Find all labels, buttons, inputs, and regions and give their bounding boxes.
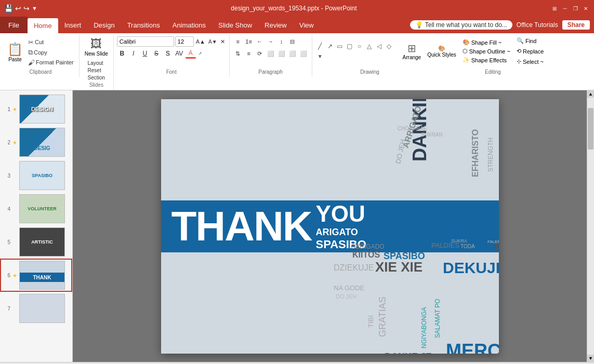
file-menu[interactable]: File (0, 17, 28, 33)
oval-shape[interactable]: ○ (355, 42, 364, 51)
align-center-button[interactable]: ⬜ (276, 48, 287, 59)
section-button[interactable]: Section (86, 74, 107, 81)
line-shape[interactable]: ╱ (315, 42, 325, 51)
share-button[interactable]: Share (562, 20, 590, 30)
scroll-thumb[interactable] (588, 108, 593, 150)
para-row1: ≡ 1≡ ← → ↕ ⊟ (233, 36, 309, 47)
maximize-button[interactable]: ❐ (571, 4, 579, 12)
columns-button[interactable]: ⊟ (287, 36, 298, 47)
decrease-indent-button[interactable]: ← (255, 36, 265, 47)
bold-button[interactable]: B (117, 48, 127, 59)
text-direction-button[interactable]: ⇅ (233, 48, 243, 59)
shadow-button[interactable]: S (163, 48, 173, 59)
more-shapes[interactable]: ▼ (315, 51, 325, 61)
scroll-down-button[interactable]: ▼ (587, 355, 594, 362)
diamond-shape[interactable]: ◇ (385, 42, 394, 51)
shrink-font-button[interactable]: A▼ (207, 39, 218, 45)
restore-down-icon[interactable]: ⊞ (550, 4, 559, 12)
shape-fill-button[interactable]: 🎨 Shape Fill ~ (460, 38, 512, 46)
font-controls: A▲ A▼ ✕ B I U S S AV A ↗ (117, 36, 226, 59)
new-slide-icon: 🖼 (90, 37, 102, 51)
bullets-button[interactable]: ≡ (233, 36, 243, 47)
arrange-button[interactable]: ⊞ Arrange (401, 41, 424, 61)
cut-button[interactable]: ✂ Cut (26, 38, 76, 47)
format-painter-button[interactable]: 🖌 Format Painter (26, 58, 76, 67)
strikethrough-button[interactable]: S (151, 48, 162, 59)
slide-item-7[interactable]: 7 ★ (0, 292, 72, 325)
scroll-up-button[interactable]: ▲ (587, 90, 594, 98)
font-name-input[interactable] (117, 36, 174, 47)
char-spacing-button[interactable]: AV (174, 48, 184, 59)
replace-button[interactable]: ⟲ Replace (514, 47, 546, 56)
undo-icon[interactable]: ↩ (15, 4, 21, 12)
triangle-shape[interactable]: △ (365, 42, 374, 51)
shape-outline-button[interactable]: ⬡ Shape Outline ~ (460, 47, 512, 55)
convert-smartart-button[interactable]: ⟳ (255, 48, 265, 59)
numbered-list-button[interactable]: 1≡ (244, 36, 254, 47)
slide-item-1[interactable]: 1 ★ DESIGN (0, 92, 72, 126)
slide-thumb-3: SPASIBO (19, 161, 65, 190)
customize-icon[interactable]: ▼ (32, 5, 37, 11)
office-tutorials-link[interactable]: Office Tutorials (517, 21, 558, 29)
font-color-button[interactable]: A (186, 48, 196, 59)
font-size-input[interactable] (175, 36, 194, 47)
tell-me-input[interactable]: 💡 Tell me what you want to do... (410, 20, 512, 30)
select-icon: ⊹ (517, 58, 521, 65)
design-menu-item[interactable]: Design (87, 17, 121, 33)
shape-effects-button[interactable]: ✨ Shape Effects (460, 56, 512, 64)
layout-button[interactable]: Layout (86, 60, 107, 66)
rounded-rect-shape[interactable]: ▢ (345, 42, 354, 51)
copy-button[interactable]: ⧉ Copy (26, 48, 76, 57)
italic-button[interactable]: I (128, 48, 139, 59)
increase-indent-button[interactable]: → (266, 36, 276, 47)
home-menu-item[interactable]: Home (28, 18, 58, 33)
quick-styles-button[interactable]: 🎨 Quick Styles (425, 44, 458, 59)
font-group-label: Font (117, 69, 226, 76)
align-left-button[interactable]: ⬜ (266, 48, 276, 59)
dojeh-left-word: DO JEH (336, 293, 357, 300)
rect-shape[interactable]: ▭ (335, 42, 345, 51)
new-slide-button[interactable]: 🖼 New Slide (83, 36, 110, 58)
slide-item-6[interactable]: 6 ★ THANK (0, 259, 72, 292)
slide-item-3[interactable]: 3 ★ SPASIBO (0, 159, 72, 192)
slide-star-2: ★ (12, 140, 17, 145)
para-controls: ≡ 1≡ ← → ↕ ⊟ ⇅ ≡ ⟳ ⬜ ⬜ ⬜ ⬜ (233, 36, 309, 59)
select-button[interactable]: ⊹ Select ~ (514, 57, 546, 66)
editing-group-label: Editing (485, 69, 501, 76)
close-button[interactable]: ✕ (582, 4, 590, 12)
justify-button[interactable]: ⬜ (298, 48, 309, 59)
select-label: Select ~ (523, 59, 544, 65)
slideshow-menu-item[interactable]: Slide Show (212, 17, 258, 33)
paste-button[interactable]: 📋 Paste (5, 41, 25, 63)
slide-item-4[interactable]: 4 ★ VOLUNTEER (0, 192, 72, 225)
slide-thumb-4: VOLUNTEER (19, 194, 65, 223)
grow-font-button[interactable]: A▲ (195, 38, 206, 45)
slide-item-5[interactable]: 5 ★ ARTISTIC (0, 225, 72, 259)
font-group-expand[interactable]: ↗ (197, 51, 203, 56)
reset-button[interactable]: Reset (86, 67, 107, 74)
minimize-button[interactable]: ─ (561, 4, 569, 12)
slide-canvas[interactable]: THANK YOU ARIGATO SPASIBO DANKIE EFHARIS… (161, 99, 499, 354)
find-button[interactable]: 🔍 Find (514, 36, 546, 45)
transitions-menu-item[interactable]: Transitions (121, 17, 166, 33)
align-right-button[interactable]: ⬜ (287, 48, 298, 59)
underline-button[interactable]: U (140, 48, 150, 59)
right-scrollbar[interactable]: ▲ ▼ (587, 90, 594, 362)
rtriangle-shape[interactable]: ◁ (375, 42, 384, 51)
slide-thumb-5: ARTISTIC (19, 227, 65, 257)
view-menu-item[interactable]: View (293, 17, 320, 33)
arrow-shape[interactable]: ↗ (325, 42, 335, 51)
paste-label: Paste (8, 57, 22, 62)
obrigado-word: OBRIGADO (351, 243, 385, 250)
line-spacing-button[interactable]: ↕ (276, 36, 287, 47)
save-icon[interactable]: 💾 (4, 4, 13, 12)
slide-item-2[interactable]: 2 ★ DESIG (0, 126, 72, 159)
align-text-button[interactable]: ≡ (244, 48, 254, 59)
clear-formatting-button[interactable]: ✕ (219, 38, 226, 45)
font-row2: B I U S S AV A ↗ (117, 48, 226, 59)
redo-icon[interactable]: ↪ (23, 4, 30, 12)
review-menu-item[interactable]: Review (258, 17, 293, 33)
slide-star-7: ★ (12, 306, 17, 312)
animations-menu-item[interactable]: Animations (166, 17, 212, 33)
insert-menu-item[interactable]: Insert (58, 17, 88, 33)
